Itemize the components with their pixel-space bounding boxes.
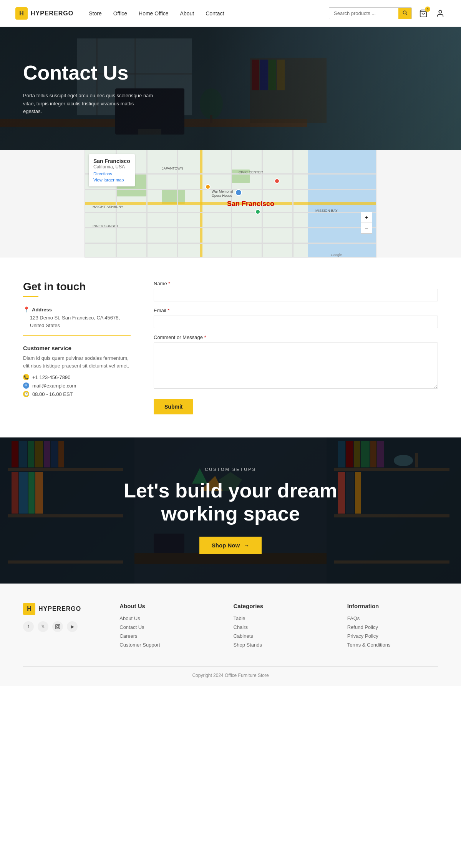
search-bar — [329, 7, 412, 19]
submit-button[interactable]: Submit — [154, 399, 193, 414]
logo-text: HYPERERGO — [31, 10, 73, 17]
clock-icon: 🕐 — [23, 391, 29, 397]
footer-categories-title: Categories — [234, 603, 324, 609]
footer-refund[interactable]: Refund Policy — [347, 624, 438, 630]
cta-section: CUSTOM SETUPS Let's build your dream wor… — [0, 437, 461, 584]
title-line — [23, 296, 38, 297]
customer-service-title: Customer service — [23, 345, 131, 351]
search-button[interactable] — [398, 8, 411, 19]
map-state: California, USA — [93, 164, 130, 170]
footer-cat-chairs[interactable]: Chairs — [234, 624, 324, 630]
svg-point-40 — [206, 185, 210, 189]
footer-bottom: Copyright 2024 Office Furniture Store — [23, 666, 438, 678]
svg-rect-30 — [85, 243, 376, 244]
search-input[interactable] — [329, 8, 398, 18]
footer-logo-icon: H — [23, 603, 35, 615]
footer-customer-support[interactable]: Customer Support — [119, 642, 210, 648]
email-input[interactable] — [154, 316, 438, 328]
footer-about-us[interactable]: About Us — [119, 615, 210, 621]
map-zoom-out[interactable]: − — [361, 223, 372, 234]
hero-text-block: Porta tellus suscipit eget arcu eu nec q… — [23, 92, 154, 116]
address-label: 📍 Address — [23, 306, 131, 313]
footer-contact-us[interactable]: Contact Us — [119, 624, 210, 630]
footer-logo[interactable]: H HYPERERGO — [23, 603, 81, 615]
svg-text:Google: Google — [331, 253, 342, 257]
hours-item: 🕐 08.00 - 16.00 EST — [23, 391, 131, 397]
map-larger-link[interactable]: View larger map — [93, 178, 124, 182]
footer-brand-name: HYPERERGO — [38, 605, 81, 612]
message-textarea[interactable] — [154, 343, 438, 389]
footer-cat-cabinets[interactable]: Cabinets — [234, 633, 324, 639]
svg-rect-25 — [200, 150, 202, 257]
svg-rect-29 — [85, 227, 376, 228]
footer-careers[interactable]: Careers — [119, 633, 210, 639]
svg-text:HAIGHT-ASHBURY: HAIGHT-ASHBURY — [93, 205, 123, 209]
address-pin-icon: 📍 — [23, 306, 30, 313]
main-nav: Store Office Home Office About Contact — [89, 10, 224, 17]
section-title: Get in touch — [23, 281, 131, 293]
email-address: mail@example.com — [32, 383, 76, 389]
name-group: Name * — [154, 281, 438, 301]
nav-contact[interactable]: Contact — [206, 10, 224, 17]
facebook-icon[interactable]: f — [23, 621, 34, 632]
name-label: Name * — [154, 281, 438, 286]
customer-service-block: Customer service Diam id quis quam pulvi… — [23, 345, 131, 397]
shop-now-label: Shop Now — [212, 542, 240, 549]
footer-cat-shop-stands[interactable]: Shop Stands — [234, 642, 324, 648]
svg-point-3 — [439, 10, 441, 13]
contact-form-container: Name * Email * Comment or Message * S — [154, 281, 438, 414]
footer-logo-section: H HYPERERGO f 𝕏 ▶ — [23, 603, 96, 651]
customer-service-desc: Diam id quis quam pulvinar sodales ferme… — [23, 354, 131, 369]
map-wrapper: San Francisco War Memorial Opera House H… — [0, 150, 461, 258]
cta-title: Let's build your dream working space — [96, 479, 365, 525]
svg-point-0 — [403, 11, 406, 14]
nav-home-office[interactable]: Home Office — [139, 10, 169, 17]
footer-privacy[interactable]: Privacy Policy — [347, 633, 438, 639]
svg-text:CIVIC CENTER: CIVIC CENTER — [239, 170, 263, 174]
hero-title: Contact Us — [23, 61, 438, 84]
svg-text:MISSION BAY: MISSION BAY — [315, 209, 338, 213]
footer-cat-table[interactable]: Table — [234, 615, 324, 621]
cta-label: CUSTOM SETUPS — [96, 467, 365, 472]
footer-top: H HYPERERGO f 𝕏 ▶ About Us About Us Co — [23, 603, 438, 651]
shop-now-button[interactable]: Shop Now → — [199, 537, 262, 554]
social-links: f 𝕏 ▶ — [23, 621, 96, 632]
cart-button[interactable]: 0 — [418, 8, 429, 19]
svg-point-89 — [59, 625, 59, 625]
footer-about-col: About Us About Us Contact Us Careers Cus… — [119, 603, 210, 651]
address-text: 123 Demo St, San Francisco, CA 45678, Un… — [30, 314, 131, 329]
svg-text:JAPANTOWN: JAPANTOWN — [162, 166, 183, 170]
logo[interactable]: H HYPERERGO — [15, 7, 73, 20]
footer-faqs[interactable]: FAQs — [347, 615, 438, 621]
youtube-icon[interactable]: ▶ — [67, 621, 78, 632]
map-info-panel: San Francisco California, USA Directions… — [89, 154, 135, 186]
svg-rect-22 — [162, 189, 185, 204]
svg-point-38 — [235, 190, 242, 196]
map-zoom-in[interactable]: + — [361, 212, 372, 223]
map-image: San Francisco War Memorial Opera House H… — [85, 150, 376, 257]
email-icon: ✉ — [23, 382, 29, 389]
phone-item: 📞 +1 123-456-7890 — [23, 374, 131, 380]
phone-number: +1 123-456-7890 — [32, 374, 70, 380]
footer-info-col: Information FAQs Refund Policy Privacy P… — [347, 603, 438, 651]
header-right: 0 — [329, 7, 446, 19]
instagram-icon[interactable] — [52, 621, 63, 632]
contact-section: Get in touch 📍 Address 123 Demo St, San … — [0, 258, 461, 437]
user-button[interactable] — [435, 8, 446, 19]
svg-text:War Memorial: War Memorial — [212, 190, 233, 193]
header: H HYPERERGO Store Office Home Office Abo… — [0, 0, 461, 27]
nav-store[interactable]: Store — [89, 10, 101, 17]
svg-rect-32 — [146, 150, 148, 257]
name-input[interactable] — [154, 289, 438, 301]
address-block: 📍 Address 123 Demo St, San Francisco, CA… — [23, 306, 131, 336]
nav-office[interactable]: Office — [113, 10, 127, 17]
svg-rect-36 — [292, 150, 294, 257]
twitter-icon[interactable]: 𝕏 — [38, 621, 48, 632]
svg-rect-87 — [55, 624, 60, 629]
email-label: Email * — [154, 308, 438, 313]
map-section[interactable]: San Francisco War Memorial Opera House H… — [85, 150, 376, 258]
map-zoom-controls: + − — [361, 212, 372, 234]
map-directions-link[interactable]: Directions — [93, 171, 112, 176]
footer-terms[interactable]: Terms & Conditions — [347, 642, 438, 648]
nav-about[interactable]: About — [180, 10, 194, 17]
